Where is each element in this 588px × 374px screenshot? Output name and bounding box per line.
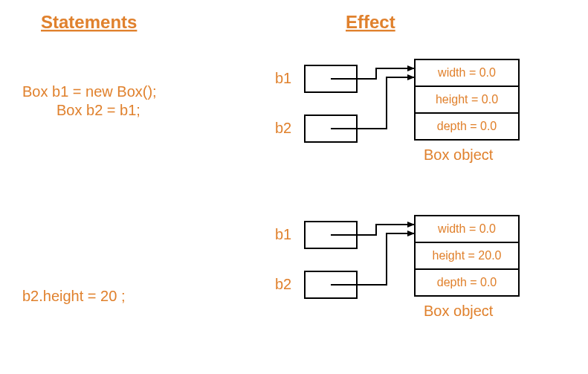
code-line-1: Box b1 = new Box(); [22,83,157,100]
box-object-1: width = 0.0 height = 0.0 depth = 0.0 [415,59,519,140]
var-b2-label-2: b2 [275,276,291,292]
code-line-2: Box b2 = b1; [56,102,140,118]
box-object-label-2: Box object [424,303,494,319]
box-object-2: width = 0.0 height = 20.0 depth = 0.0 [415,216,519,296]
var-b2-label-1: b2 [275,120,291,136]
obj2-depth: depth = 0.0 [437,276,497,288]
box-object-label-1: Box object [424,146,494,163]
var-b1-label-2: b1 [275,226,291,242]
arrow-b2-obj2 [331,233,414,285]
statements-heading: Statements [41,12,137,32]
obj1-width: width = 0.0 [437,66,496,79]
obj2-width: width = 0.0 [437,222,496,235]
obj1-height: height = 0.0 [436,93,498,106]
var-b1-label-1: b1 [275,70,291,86]
effect-heading: Effect [346,12,395,32]
code-line-3: b2.height = 20 ; [22,288,125,304]
arrow-b2-obj1 [331,77,414,129]
obj1-depth: depth = 0.0 [437,120,497,132]
obj2-height: height = 20.0 [433,249,502,262]
